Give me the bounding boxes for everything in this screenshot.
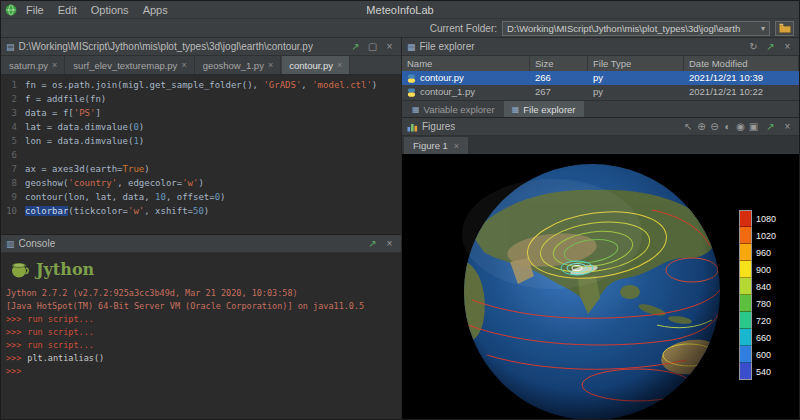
close-icon[interactable]: ×	[383, 236, 396, 252]
main-area: ▤ D:\Working\MIScript\Jython\mis\plot_ty…	[1, 38, 799, 419]
browse-folder-button[interactable]	[775, 21, 794, 36]
undock-icon[interactable]: ↗	[764, 39, 777, 55]
code-line-content: contour(lon, lat, data, 10, offset=0)	[25, 190, 226, 204]
line-number: 10	[1, 204, 25, 218]
rotate-icon[interactable]: ◐	[721, 119, 734, 135]
code-line: 5lon = data.dimvalue(1)	[1, 134, 401, 148]
file-explorer-panel: ▦ File explorer ↻ ↗ × NameSizeFile TypeD…	[402, 38, 799, 118]
code-segment: lon = data.dimvalue(	[25, 136, 133, 146]
python-file-icon	[407, 74, 416, 83]
explorer-tabs: ▦Variable explorer▦File explorer	[402, 100, 799, 117]
table-row[interactable]: contour.py266py2021/12/21 10:39	[402, 71, 799, 85]
tab-file-explorer[interactable]: ▦File explorer	[504, 101, 584, 117]
close-icon[interactable]: ×	[383, 39, 396, 55]
line-number: 4	[1, 120, 25, 134]
console-command: plt.antialias()	[27, 352, 104, 365]
code-segment: 'GrADS'	[263, 80, 301, 90]
undock-icon[interactable]: ↗	[764, 119, 777, 135]
console-output[interactable]: Jython Jython 2.7.2 (v2.7.2:925a3cc3b49d…	[1, 253, 401, 419]
code-line-content: geoshow('country', edgecolor='w')	[25, 176, 204, 190]
menu-apps[interactable]: Apps	[136, 1, 175, 19]
editor-tab-geoshow_1.py[interactable]: geoshow_1.py×	[196, 56, 282, 74]
colorbar-swatch	[739, 346, 752, 363]
line-number: 2	[1, 92, 25, 106]
colorbar-segment: 840	[739, 278, 776, 295]
code-segment: )	[198, 178, 203, 188]
column-header-file-type[interactable]: File Type	[588, 56, 684, 71]
table-row[interactable]: contour_1.py267py2021/12/21 10:22	[402, 85, 799, 99]
full-extent-icon[interactable]: ▣	[747, 119, 760, 135]
figure-tabbar: Figure 1 ×	[402, 136, 799, 154]
file-modified: 2021/12/21 10:39	[684, 71, 799, 85]
line-number: 6	[1, 148, 25, 162]
tab-variable-explorer[interactable]: ▦Variable explorer	[404, 101, 503, 117]
tab-close-icon[interactable]: ×	[454, 141, 459, 151]
code-segment: data = f[	[25, 108, 74, 118]
line-number: 1	[1, 78, 25, 92]
code-editor[interactable]: 1fn = os.path.join(migl.get_sample_folde…	[1, 75, 401, 234]
file-size: 266	[530, 71, 588, 85]
code-line: 10colorbar(tickcolor='w', xshift=50)	[1, 204, 401, 218]
tab-close-icon[interactable]: ×	[337, 60, 342, 70]
file-type: py	[588, 85, 684, 99]
code-segment: 'w'	[182, 178, 198, 188]
right-column: ▦ File explorer ↻ ↗ × NameSizeFile TypeD…	[402, 38, 799, 419]
colorbar-swatch	[739, 227, 752, 244]
zoom-out-icon[interactable]: ⊖	[708, 119, 721, 135]
code-line-content: f = addfile(fn)	[25, 92, 106, 106]
column-header-size[interactable]: Size	[530, 56, 588, 71]
zoom-in-icon[interactable]: ⊕	[695, 119, 708, 135]
file-name-cell: contour_1.py	[402, 85, 530, 99]
tab-label: saturn.py	[9, 60, 48, 71]
colorbar-segment: 900	[739, 261, 776, 278]
close-icon[interactable]: ×	[781, 39, 794, 55]
code-segment: True	[123, 164, 145, 174]
figures-panel: Figures ↖⊕⊖◐◉▣ ↗ × Figure 1 ×	[402, 118, 799, 419]
editor-tab-contour.py[interactable]: contour.py×	[282, 56, 350, 74]
code-line: 6	[1, 148, 401, 162]
current-folder-path: D:\Working\MIScript\Jython\mis\plot_type…	[507, 23, 758, 34]
menu-file[interactable]: File	[19, 1, 51, 19]
identify-icon[interactable]: ◉	[734, 119, 747, 135]
figure-tab-label: Figure 1	[413, 140, 448, 151]
code-line-content: fn = os.path.join(migl.get_sample_folder…	[25, 78, 377, 92]
select-icon[interactable]: ↖	[682, 119, 695, 135]
colorbar-segment: 600	[739, 346, 776, 363]
file-table-header: NameSizeFile TypeDate Modified	[402, 56, 799, 71]
file-explorer-title: File explorer	[420, 41, 475, 52]
refresh-icon[interactable]: ↻	[747, 39, 760, 55]
editor-tabbar: saturn.py×surf_elev_texturemap.py×geosho…	[1, 56, 401, 75]
tab-close-icon[interactable]: ×	[52, 60, 57, 70]
figures-toolbar: ↖⊕⊖◐◉▣	[682, 119, 760, 135]
jython-logo-text: Jython	[36, 263, 94, 276]
undock-icon[interactable]: ↗	[366, 236, 379, 252]
maximize-icon[interactable]: ▢	[366, 39, 379, 55]
column-header-name[interactable]: Name	[402, 56, 530, 71]
menu-edit[interactable]: Edit	[51, 1, 84, 19]
editor-panel-header: ▤ D:\Working\MIScript\Jython\mis\plot_ty…	[1, 38, 401, 56]
colorbar-label: 900	[752, 265, 771, 275]
editor-tab-surf_elev_texturemap.py[interactable]: surf_elev_texturemap.py×	[66, 56, 194, 74]
file-name-cell: contour.py	[402, 71, 530, 85]
chevron-down-icon[interactable]: ▾	[758, 24, 765, 33]
tab-close-icon[interactable]: ×	[268, 60, 273, 70]
code-line: 3data = f['PS']	[1, 106, 401, 120]
undock-icon[interactable]: ↗	[349, 39, 362, 55]
column-header-date-modified[interactable]: Date Modified	[684, 56, 799, 71]
code-line-content: ax = axes3d(earth=True)	[25, 162, 150, 176]
close-icon[interactable]: ×	[781, 119, 794, 135]
colorbar-label: 960	[752, 248, 771, 258]
figure-tab[interactable]: Figure 1 ×	[404, 137, 468, 154]
console-panel-header: ▥ Console ↗ ×	[1, 235, 401, 253]
colorbar-swatch	[739, 244, 752, 261]
editor-tab-saturn.py[interactable]: saturn.py×	[2, 56, 65, 74]
colorbar-label: 540	[752, 367, 771, 377]
tab-close-icon[interactable]: ×	[181, 60, 186, 70]
menu-options[interactable]: Options	[84, 1, 136, 19]
grid-icon: ▦	[512, 105, 520, 114]
figure-canvas[interactable]: 10801020960900840780720660600540	[402, 154, 799, 419]
current-folder-combobox[interactable]: D:\Working\MIScript\Jython\mis\plot_type…	[502, 21, 770, 36]
left-column: ▤ D:\Working\MIScript\Jython\mis\plot_ty…	[1, 38, 402, 419]
document-icon: ▤	[6, 42, 15, 52]
code-segment: geoshow(	[25, 178, 68, 188]
